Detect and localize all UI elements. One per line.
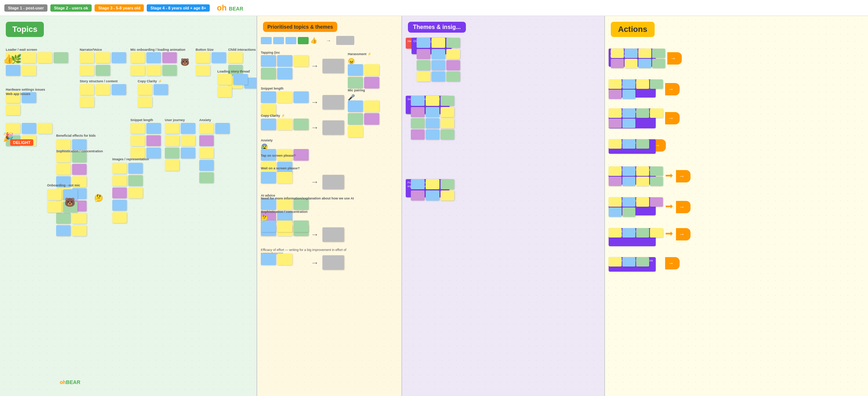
sticky-action2-4[interactable] bbox=[650, 79, 663, 89]
sticky-action7-1[interactable] bbox=[609, 228, 622, 238]
sticky-beneficial-1[interactable] bbox=[56, 139, 71, 150]
sticky-themes-1[interactable] bbox=[417, 38, 430, 48]
sticky-action-3[interactable] bbox=[638, 49, 651, 58]
sticky-images-6[interactable] bbox=[128, 187, 143, 198]
sticky-harassment-4[interactable] bbox=[364, 77, 379, 88]
sticky-themes-m4[interactable] bbox=[411, 107, 425, 117]
sticky-anxiety2-1[interactable] bbox=[261, 172, 276, 183]
sticky-action8-2[interactable] bbox=[622, 257, 635, 267]
sticky-anxiety-result[interactable] bbox=[322, 175, 344, 189]
sticky-tapping-result[interactable] bbox=[322, 59, 344, 73]
sticky-onboard-1[interactable] bbox=[47, 189, 62, 200]
nav-tag-stage2[interactable]: Stage 2 - users ok bbox=[50, 4, 92, 12]
sticky-journey-7[interactable] bbox=[165, 160, 179, 171]
sticky-snippet-5[interactable] bbox=[130, 148, 145, 158]
sticky-action4-2[interactable] bbox=[622, 139, 635, 149]
sticky-images-5[interactable] bbox=[112, 187, 127, 198]
sticky-action5-1[interactable] bbox=[609, 166, 622, 176]
sticky-images-4[interactable] bbox=[128, 175, 143, 186]
sticky-action-1[interactable] bbox=[611, 49, 624, 58]
sticky-mic-2[interactable] bbox=[146, 52, 161, 63]
sticky-mic-3[interactable] bbox=[162, 52, 177, 63]
sticky-action8-1[interactable] bbox=[609, 257, 622, 267]
sticky-loader-5[interactable] bbox=[6, 65, 20, 76]
sticky-action4-1[interactable] bbox=[609, 139, 622, 149]
sticky-story-4[interactable] bbox=[80, 96, 94, 107]
sticky-journey-6[interactable] bbox=[181, 148, 195, 158]
sticky-soph-p3[interactable] bbox=[293, 220, 309, 232]
sticky-mic-6[interactable] bbox=[162, 65, 177, 76]
sticky-themes-2[interactable] bbox=[431, 38, 445, 48]
sticky-action5-8[interactable] bbox=[650, 177, 663, 186]
sticky-action2-6[interactable] bbox=[622, 90, 635, 99]
sticky-action7-3[interactable] bbox=[636, 228, 649, 238]
sticky-soph-p4[interactable] bbox=[261, 253, 276, 265]
sticky-mic-p4[interactable] bbox=[364, 113, 379, 125]
sticky-journey-1[interactable] bbox=[165, 123, 179, 134]
sticky-anxiety2-2[interactable] bbox=[277, 172, 292, 183]
sticky-images-3[interactable] bbox=[112, 175, 127, 186]
sticky-themes-8[interactable] bbox=[431, 60, 445, 70]
sticky-tapping-1[interactable] bbox=[261, 55, 276, 67]
sticky-anxiety-left-3[interactable] bbox=[199, 135, 214, 146]
sticky-webapp-2[interactable] bbox=[22, 123, 36, 134]
sticky-themes-b5[interactable] bbox=[426, 190, 439, 201]
sticky-themes-9[interactable] bbox=[446, 60, 460, 70]
sticky-journey-3[interactable] bbox=[165, 135, 179, 146]
sticky-soph-6[interactable] bbox=[72, 213, 87, 224]
sticky-copy-p2[interactable] bbox=[277, 119, 292, 130]
sticky-action3-6[interactable] bbox=[622, 119, 635, 128]
sticky-action-2[interactable] bbox=[625, 49, 638, 58]
sticky-story-1[interactable] bbox=[80, 84, 94, 95]
sticky-soph-8[interactable] bbox=[72, 225, 87, 236]
sticky-themes-m6[interactable] bbox=[441, 107, 454, 117]
sticky-loading-1[interactable] bbox=[217, 74, 232, 85]
sticky-ai-result[interactable] bbox=[322, 227, 344, 242]
sticky-tapping-3[interactable] bbox=[293, 55, 309, 67]
sticky-loader-3[interactable] bbox=[38, 52, 52, 63]
sticky-themes-b1[interactable] bbox=[411, 179, 425, 189]
sticky-themes-m9[interactable] bbox=[441, 118, 454, 128]
sticky-themes-m1[interactable] bbox=[411, 96, 425, 106]
sticky-copy-2[interactable] bbox=[154, 84, 168, 95]
sticky-themes-6[interactable] bbox=[446, 49, 460, 59]
sticky-soph-p5[interactable] bbox=[277, 253, 292, 265]
sticky-beneficial-4[interactable] bbox=[72, 152, 87, 162]
sticky-themes-m3[interactable] bbox=[441, 96, 454, 106]
sticky-journey-4[interactable] bbox=[181, 135, 195, 146]
sticky-beneficial-3[interactable] bbox=[56, 152, 71, 162]
sticky-soph-p1[interactable] bbox=[261, 220, 276, 232]
sticky-snippet-4[interactable] bbox=[146, 135, 161, 146]
sticky-harassment-1[interactable] bbox=[348, 64, 363, 76]
sticky-hardware-3[interactable] bbox=[6, 104, 20, 115]
sticky-copy-1[interactable] bbox=[138, 84, 152, 95]
sticky-snippet-3[interactable] bbox=[130, 135, 145, 146]
sticky-mic-p1[interactable] bbox=[348, 100, 363, 112]
sticky-action2-5[interactable] bbox=[609, 90, 622, 99]
sticky-loading-3[interactable] bbox=[217, 86, 232, 97]
sticky-images-8[interactable] bbox=[112, 212, 127, 223]
sticky-mic-p2[interactable] bbox=[364, 100, 379, 112]
sticky-webapp-3[interactable] bbox=[38, 123, 52, 134]
sticky-action7-4[interactable] bbox=[650, 228, 663, 238]
sticky-loader-2[interactable] bbox=[22, 52, 36, 63]
sticky-action6-4[interactable] bbox=[650, 197, 663, 207]
sticky-loader-4[interactable] bbox=[54, 52, 68, 63]
sticky-themes-m2[interactable] bbox=[426, 96, 439, 106]
sticky-action5-2[interactable] bbox=[622, 166, 635, 176]
sticky-action5-3[interactable] bbox=[636, 166, 649, 176]
sticky-action2-3[interactable] bbox=[636, 79, 649, 89]
sticky-action6-5[interactable] bbox=[609, 207, 622, 217]
sticky-action3-4[interactable] bbox=[650, 108, 663, 118]
sticky-themes-b3[interactable] bbox=[441, 179, 454, 189]
sticky-anxiety-left-1[interactable] bbox=[199, 123, 214, 134]
sticky-loading-2[interactable] bbox=[233, 74, 248, 85]
sticky-images-7[interactable] bbox=[112, 200, 127, 211]
sticky-themes-5[interactable] bbox=[431, 49, 445, 59]
sticky-action-6[interactable] bbox=[625, 59, 638, 68]
sticky-copy-p3[interactable] bbox=[293, 119, 309, 130]
sticky-themes-b2[interactable] bbox=[426, 179, 439, 189]
sticky-themes-11[interactable] bbox=[431, 71, 445, 82]
sticky-mic-p5[interactable] bbox=[348, 126, 363, 137]
sticky-mic-5[interactable] bbox=[146, 65, 161, 76]
